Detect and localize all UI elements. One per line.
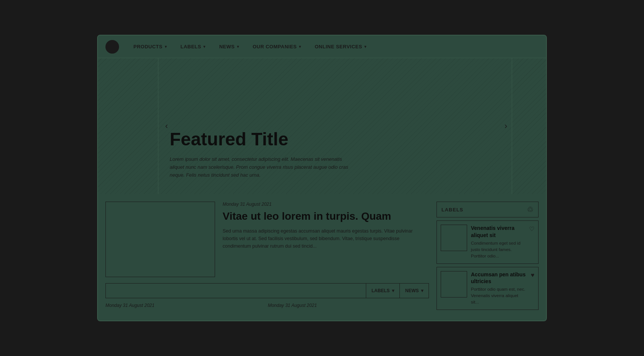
labels-header: LABELS ♲: [437, 202, 539, 217]
nav-item-online-services[interactable]: ONLINE SERVICES ▾: [308, 35, 373, 58]
hero-title: Featured Title: [170, 129, 500, 149]
labels-filter-label: LABELS: [372, 288, 390, 293]
hero-description: Lorem ipsum dolor sit amet, consectetur …: [170, 156, 351, 179]
hero-arrow-left[interactable]: ‹: [162, 118, 171, 134]
article-image: [105, 202, 215, 277]
nav-item-labels[interactable]: LABELS ▾: [173, 35, 212, 58]
news-filter-button[interactable]: NEWS ▾: [399, 283, 429, 298]
featured-article: Monday 31 August 2021 Vitae ut leo lorem…: [105, 202, 429, 313]
chevron-down-icon: ▾: [364, 45, 367, 49]
hero-section: Featured Title Lorem ipsum dolor sit ame…: [98, 58, 546, 194]
chevron-down-icon: ▾: [203, 45, 206, 49]
article-body: Sed urna massa adipiscing egestas accums…: [223, 227, 429, 250]
article-top: Monday 31 August 2021 Vitae ut leo lorem…: [105, 202, 429, 277]
label-card: Accumsan pen atibus ultricies Porttitor …: [437, 267, 539, 310]
content-section: Monday 31 August 2021 Vitae ut leo lorem…: [98, 194, 546, 320]
label-card-desc-1: Condimentum eget sed id justo tincidunt …: [471, 240, 525, 260]
chevron-down-icon: ▾: [237, 45, 239, 49]
article-text: Monday 31 August 2021 Vitae ut leo lorem…: [223, 202, 429, 277]
article-date-bottom-1: Monday 31 August 2021: [105, 303, 155, 308]
nav-item-products[interactable]: PRODUCTS ▾: [127, 35, 173, 58]
hero-arrow-right[interactable]: ›: [502, 118, 510, 134]
label-card-image: [441, 225, 467, 251]
heart-icon-1[interactable]: ♡: [529, 225, 534, 233]
nav-label-products: PRODUCTS: [133, 44, 163, 49]
hero-left-strip: [98, 58, 158, 194]
article-filters: LABELS ▾ NEWS ▾: [105, 283, 429, 298]
nav-label-labels: LABELS: [180, 44, 201, 49]
chevron-down-icon: ▾: [299, 45, 301, 49]
chevron-down-icon: ▾: [165, 45, 167, 49]
nav-item-news[interactable]: NEWS ▾: [212, 35, 246, 58]
news-filter-label: NEWS: [405, 288, 419, 293]
article-date-bottom-2: Monday 31 August 2021: [268, 303, 317, 308]
heart-icon-2[interactable]: ♥: [531, 272, 535, 279]
nav-label-online-services: ONLINE SERVICES: [315, 44, 362, 49]
news-chevron-icon: ▾: [421, 288, 423, 293]
article-title: Vitae ut leo lorem in turpis. Quam: [223, 210, 429, 223]
search-bar[interactable]: [105, 283, 366, 298]
browser-frame: PRODUCTS ▾ LABELS ▾ NEWS ▾ OUR COMPANIES…: [97, 35, 547, 321]
label-card-desc-2: Porttitor odio quam est, nec. Venenatis …: [471, 286, 527, 306]
article-date: Monday 31 August 2021: [223, 202, 429, 207]
label-card-title-1: Venenatis viverra aliquet sit: [471, 225, 525, 238]
labels-sidebar: LABELS ♲ Venenatis viverra aliquet sit C…: [437, 202, 539, 313]
article-dates-row: Monday 31 August 2021 Monday 31 August 2…: [105, 303, 429, 308]
label-card-content: Accumsan pen atibus ultricies Porttitor …: [471, 271, 527, 306]
hero-right-strip: [512, 58, 546, 194]
nav-item-our-companies[interactable]: OUR COMPANIES ▾: [246, 35, 308, 58]
labels-filter-button[interactable]: LABELS ▾: [366, 283, 399, 298]
label-card-content: Venenatis viverra aliquet sit Condimentu…: [471, 225, 525, 259]
nav-logo[interactable]: [105, 40, 119, 54]
filter-icon[interactable]: ♲: [527, 205, 534, 214]
hero-main: Featured Title Lorem ipsum dolor sit ame…: [158, 58, 512, 194]
nav-label-news: NEWS: [219, 44, 235, 49]
labels-header-text: LABELS: [441, 207, 463, 213]
hero-content: Featured Title Lorem ipsum dolor sit ame…: [170, 129, 500, 179]
label-card-title-2: Accumsan pen atibus ultricies: [471, 271, 527, 285]
navbar: PRODUCTS ▾ LABELS ▾ NEWS ▾ OUR COMPANIES…: [98, 35, 546, 58]
nav-label-our-companies: OUR COMPANIES: [252, 44, 297, 49]
label-card-image: [441, 271, 467, 297]
labels-chevron-icon: ▾: [392, 288, 394, 293]
label-card: Venenatis viverra aliquet sit Condimentu…: [437, 220, 539, 264]
